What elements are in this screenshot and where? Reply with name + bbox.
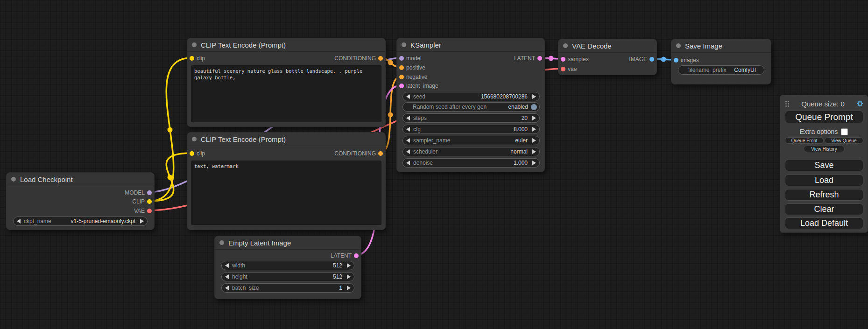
right-triangle-arrow-icon[interactable] (532, 138, 536, 143)
queue-prompt-button[interactable]: Queue Prompt (785, 111, 863, 123)
right-triangle-arrow-icon[interactable] (532, 161, 536, 165)
node-title-bar[interactable]: CLIP Text Encode (Prompt) (187, 133, 385, 146)
left-triangle-arrow-icon[interactable] (225, 274, 229, 279)
extra-options-checkbox[interactable] (841, 128, 848, 135)
denoise-widget[interactable]: denoise 1.000 (402, 158, 540, 168)
widget-value: 512 (333, 273, 342, 280)
conditioning-slot-dot[interactable] (378, 151, 383, 156)
node-vae-decode[interactable]: VAE Decode samples vae IMAGE (558, 39, 657, 75)
node-title-bar[interactable]: Save Image (671, 39, 771, 53)
save-button[interactable]: Save (785, 160, 863, 171)
right-triangle-arrow-icon[interactable] (347, 274, 351, 279)
node-clip-text-encode-positive[interactable]: CLIP Text Encode (Prompt) clip CONDITION… (187, 38, 386, 127)
clip-slot-dot[interactable] (190, 151, 194, 156)
left-triangle-arrow-icon[interactable] (406, 94, 410, 99)
comfyui-canvas[interactable]: Load Checkpoint MODEL CLIP VAE ckpt_name… (0, 0, 868, 329)
widget-label: denoise (413, 160, 433, 166)
left-triangle-arrow-icon[interactable] (225, 286, 229, 290)
queue-front-button[interactable]: Queue Front (785, 137, 824, 144)
latent-slot-dot[interactable] (537, 56, 542, 61)
ckpt-name-widget[interactable]: ckpt_name v1-5-pruned-emaonly.ckpt (13, 217, 148, 226)
node-collapse-dot-icon[interactable] (676, 43, 681, 48)
slot-label: IMAGE (629, 56, 647, 63)
prompt-text-input[interactable]: beautiful scenery nature glass bottle la… (191, 65, 381, 122)
node-empty-latent-image[interactable]: Empty Latent Image LATENT width 512 heig… (214, 236, 361, 299)
seed-widget[interactable]: seed 156680208700286 (402, 92, 540, 101)
right-triangle-arrow-icon[interactable] (532, 94, 536, 99)
view-history-button[interactable]: View History (804, 146, 845, 152)
node-title-bar[interactable]: Empty Latent Image (215, 236, 361, 250)
input-slot-model: model (397, 54, 422, 63)
prompt-text-input[interactable]: text, watermark (191, 161, 381, 225)
node-title: VAE Decode (572, 42, 612, 50)
node-title-bar[interactable]: CLIP Text Encode (Prompt) (187, 38, 385, 52)
node-ksampler[interactable]: KSampler model positive negative latent_… (396, 38, 545, 172)
right-triangle-arrow-icon[interactable] (532, 127, 536, 132)
node-collapse-dot-icon[interactable] (192, 137, 197, 141)
clip-slot-dot[interactable] (147, 199, 152, 204)
left-triangle-arrow-icon[interactable] (406, 127, 410, 132)
gear-icon[interactable] (856, 100, 864, 107)
slot-label: positive (406, 64, 425, 71)
filename-prefix-widget[interactable]: filename_prefix ComfyUI (678, 65, 764, 75)
right-triangle-arrow-icon[interactable] (532, 116, 536, 120)
steps-widget[interactable]: steps 20 (402, 113, 540, 123)
height-widget[interactable]: height 512 (221, 272, 354, 281)
cfg-widget[interactable]: cfg 8.000 (402, 125, 540, 134)
clip-slot-dot[interactable] (190, 56, 194, 61)
latent-slot-dot[interactable] (399, 84, 404, 88)
image-slot-dot[interactable] (649, 57, 654, 62)
output-slot-model: MODEL (125, 188, 154, 197)
latent-slot-dot[interactable] (354, 253, 359, 258)
right-triangle-arrow-icon[interactable] (347, 263, 351, 268)
right-triangle-arrow-icon[interactable] (140, 219, 144, 224)
node-load-checkpoint[interactable]: Load Checkpoint MODEL CLIP VAE ckpt_name… (6, 172, 155, 230)
left-triangle-arrow-icon[interactable] (406, 138, 410, 143)
widget-label: width (232, 262, 245, 269)
extra-options-row: Extra options (780, 128, 868, 135)
conditioning-slot-dot[interactable] (399, 75, 404, 79)
right-triangle-arrow-icon[interactable] (347, 286, 351, 290)
vae-slot-dot[interactable] (147, 209, 152, 213)
refresh-button[interactable]: Refresh (785, 189, 863, 201)
node-collapse-dot-icon[interactable] (11, 177, 16, 182)
load-button[interactable]: Load (785, 175, 863, 186)
sampler-name-widget[interactable]: sampler_name euler (402, 136, 540, 145)
slot-label: samples (568, 56, 589, 63)
enabled-toggle-icon[interactable] (531, 104, 537, 110)
model-slot-dot[interactable] (147, 190, 152, 195)
image-slot-dot[interactable] (674, 58, 678, 63)
node-title-bar[interactable]: Load Checkpoint (7, 173, 154, 186)
left-triangle-arrow-icon[interactable] (225, 263, 229, 268)
load-default-button[interactable]: Load Default (785, 217, 863, 229)
node-title-bar[interactable]: KSampler (397, 38, 544, 52)
widget-label: Random seed after every gen (413, 104, 487, 110)
left-triangle-arrow-icon[interactable] (406, 161, 410, 165)
width-widget[interactable]: width 512 (221, 261, 354, 270)
clear-button[interactable]: Clear (785, 203, 863, 215)
node-collapse-dot-icon[interactable] (402, 42, 406, 47)
drag-handle-dots-icon[interactable] (785, 100, 790, 107)
random-seed-widget[interactable]: Random seed after every gen enabled (402, 102, 540, 112)
view-queue-button[interactable]: View Queue (825, 137, 863, 144)
conditioning-slot-dot[interactable] (399, 65, 404, 70)
node-save-image[interactable]: Save Image images filename_prefix ComfyU… (671, 39, 771, 84)
node-collapse-dot-icon[interactable] (219, 240, 224, 245)
slot-label: VAE (134, 208, 145, 214)
batch-size-widget[interactable]: batch_size 1 (221, 283, 354, 293)
scheduler-widget[interactable]: scheduler normal (402, 147, 540, 156)
queue-panel-header: Queue size: 0 (785, 98, 864, 109)
left-triangle-arrow-icon[interactable] (406, 149, 410, 154)
node-collapse-dot-icon[interactable] (192, 42, 197, 47)
left-triangle-arrow-icon[interactable] (406, 116, 410, 120)
node-title-bar[interactable]: VAE Decode (558, 39, 656, 53)
right-triangle-arrow-icon[interactable] (532, 149, 536, 154)
node-collapse-dot-icon[interactable] (563, 43, 568, 48)
slot-label: clip (197, 150, 205, 157)
conditioning-slot-dot[interactable] (378, 56, 383, 61)
latent-slot-dot[interactable] (561, 57, 565, 62)
left-triangle-arrow-icon[interactable] (17, 219, 21, 224)
node-clip-text-encode-negative[interactable]: CLIP Text Encode (Prompt) clip CONDITION… (187, 132, 386, 230)
vae-slot-dot[interactable] (561, 67, 565, 71)
model-slot-dot[interactable] (399, 56, 404, 61)
